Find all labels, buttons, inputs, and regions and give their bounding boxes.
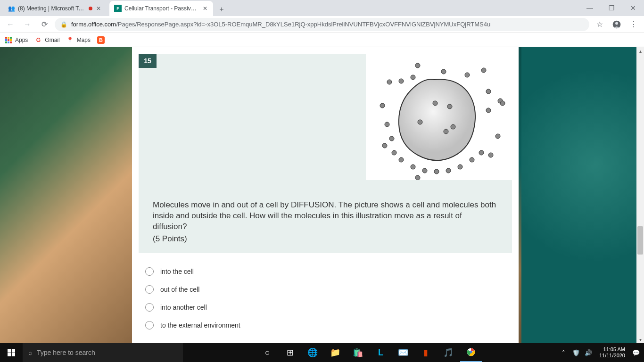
window-controls: — ❐ ✕ bbox=[579, 0, 644, 16]
option-into-cell[interactable]: into the cell bbox=[145, 263, 505, 280]
bookmark-maps[interactable]: 📍 Maps bbox=[66, 36, 91, 44]
svg-point-18 bbox=[495, 134, 500, 139]
svg-point-25 bbox=[411, 165, 415, 169]
store-icon[interactable]: 🛍️ bbox=[347, 343, 369, 362]
edge-icon[interactable]: 🌐 bbox=[302, 343, 323, 362]
svg-point-30 bbox=[470, 157, 474, 162]
option-into-another-cell[interactable]: into another cell bbox=[145, 298, 505, 316]
svg-point-17 bbox=[486, 108, 491, 113]
time-text: 11:05 AM bbox=[599, 346, 625, 353]
scrollbar-thumb[interactable] bbox=[637, 226, 643, 255]
svg-point-23 bbox=[392, 150, 396, 155]
new-tab-button[interactable]: + bbox=[215, 3, 228, 16]
option-label: into the cell bbox=[160, 268, 194, 275]
svg-point-12 bbox=[399, 79, 404, 83]
bookmark-label: Apps bbox=[15, 37, 28, 43]
bookmark-label: Gmail bbox=[45, 37, 59, 43]
svg-point-11 bbox=[387, 80, 392, 84]
question-points: (5 Points) bbox=[139, 232, 512, 244]
svg-point-22 bbox=[389, 136, 394, 141]
svg-point-27 bbox=[434, 169, 439, 174]
option-external-environment[interactable]: to the external environment bbox=[145, 316, 505, 334]
question-card: 15 bbox=[139, 54, 512, 253]
recording-icon bbox=[89, 7, 92, 10]
vertical-scrollbar[interactable]: ▴ ▾ bbox=[636, 47, 644, 343]
menu-button[interactable]: ⋮ bbox=[627, 18, 640, 31]
tab-title: (8) Meeting | Microsoft Team bbox=[18, 5, 86, 12]
svg-point-26 bbox=[422, 168, 427, 173]
profile-button[interactable] bbox=[610, 18, 623, 31]
forward-button[interactable]: → bbox=[21, 18, 34, 31]
svg-point-1 bbox=[615, 22, 618, 25]
url-path: /Pages/ResponsePage.aspx?id=-x3OL5-ROEmq… bbox=[116, 21, 490, 28]
close-window-button[interactable]: ✕ bbox=[622, 0, 644, 16]
tray-chevron-icon[interactable]: ˄ bbox=[560, 348, 568, 357]
svg-point-14 bbox=[486, 89, 491, 94]
lock-icon: 🔒 bbox=[60, 21, 67, 28]
svg-point-32 bbox=[488, 153, 493, 157]
groove-icon[interactable]: 🎵 bbox=[438, 343, 459, 362]
svg-point-33 bbox=[415, 175, 420, 180]
bookmark-label: Maps bbox=[77, 37, 91, 43]
start-button[interactable] bbox=[0, 343, 23, 362]
close-icon[interactable]: ✕ bbox=[95, 5, 102, 12]
chrome-icon[interactable] bbox=[460, 343, 482, 362]
bookmark-star-button[interactable]: ☆ bbox=[593, 18, 606, 31]
browser-titlebar: 👥 (8) Meeting | Microsoft Team ✕ F Cellu… bbox=[0, 0, 644, 16]
radio-icon bbox=[145, 267, 154, 276]
apps-icon bbox=[5, 36, 12, 44]
minimize-button[interactable]: — bbox=[579, 0, 601, 16]
form-container: 15 bbox=[132, 47, 519, 343]
cortana-button[interactable]: ○ bbox=[256, 343, 278, 362]
taskbar-apps: ○ ⊞ 🌐 📁 🛍️ L ✉️ ▮ 🎵 bbox=[183, 343, 556, 362]
close-icon[interactable]: ✕ bbox=[202, 5, 208, 12]
task-view-button[interactable]: ⊞ bbox=[279, 343, 301, 362]
url-input[interactable]: 🔒 forms.office.com/Pages/ResponsePage.as… bbox=[55, 18, 589, 31]
forms-icon: F bbox=[114, 5, 122, 12]
answer-options: into the cell out of the cell into anoth… bbox=[145, 263, 505, 334]
svg-point-3 bbox=[447, 104, 452, 109]
question-number-badge: 15 bbox=[139, 54, 157, 68]
bookmark-apps[interactable]: Apps bbox=[5, 36, 28, 44]
office-icon[interactable]: ▮ bbox=[415, 343, 437, 362]
clock[interactable]: 11:05 AM 11/11/2020 bbox=[596, 346, 628, 359]
app-icon[interactable]: L bbox=[370, 343, 391, 362]
option-label: to the external environment bbox=[160, 321, 240, 329]
svg-point-24 bbox=[399, 157, 404, 162]
search-placeholder: Type here to search bbox=[37, 349, 95, 356]
bookmark-blogger[interactable]: B bbox=[97, 36, 105, 44]
security-icon[interactable]: 🛡️ bbox=[572, 348, 580, 357]
question-image bbox=[366, 54, 512, 180]
volume-icon[interactable]: 🔊 bbox=[584, 348, 593, 357]
option-label: into another cell bbox=[160, 304, 207, 311]
back-button[interactable]: ← bbox=[4, 18, 17, 31]
system-tray: ˄ 🛡️ 🔊 11:05 AM 11/11/2020 💬 bbox=[556, 346, 644, 359]
scroll-up-icon[interactable]: ▴ bbox=[636, 47, 644, 55]
option-out-of-cell[interactable]: out of the cell bbox=[145, 280, 505, 298]
taskbar-search[interactable]: ⌕ Type here to search bbox=[23, 343, 183, 362]
svg-point-21 bbox=[382, 143, 387, 148]
file-explorer-icon[interactable]: 📁 bbox=[324, 343, 346, 362]
search-icon: ⌕ bbox=[28, 349, 32, 356]
svg-point-4 bbox=[418, 120, 422, 124]
svg-point-6 bbox=[451, 124, 455, 129]
url-host: forms.office.com bbox=[71, 21, 116, 28]
tab-teams[interactable]: 👥 (8) Meeting | Microsoft Team ✕ bbox=[3, 1, 107, 16]
reload-button[interactable]: ⟳ bbox=[38, 18, 51, 31]
date-text: 11/11/2020 bbox=[599, 353, 625, 359]
gmail-icon: G bbox=[34, 36, 42, 44]
notifications-icon[interactable]: 💬 bbox=[632, 348, 640, 357]
user-icon bbox=[612, 20, 621, 29]
svg-point-31 bbox=[479, 150, 484, 155]
tab-forms[interactable]: F Cellular Transport - Passive and A ✕ bbox=[109, 1, 213, 16]
svg-point-2 bbox=[433, 101, 438, 106]
bookmark-gmail[interactable]: G Gmail bbox=[34, 36, 59, 44]
page-viewport: 15 bbox=[0, 47, 644, 343]
svg-point-16 bbox=[500, 101, 505, 106]
svg-point-20 bbox=[385, 122, 389, 127]
mail-icon[interactable]: ✉️ bbox=[392, 343, 414, 362]
scroll-down-icon[interactable]: ▾ bbox=[636, 336, 644, 343]
svg-point-10 bbox=[481, 68, 486, 73]
radio-icon bbox=[145, 285, 154, 294]
maximize-button[interactable]: ❐ bbox=[601, 0, 622, 16]
